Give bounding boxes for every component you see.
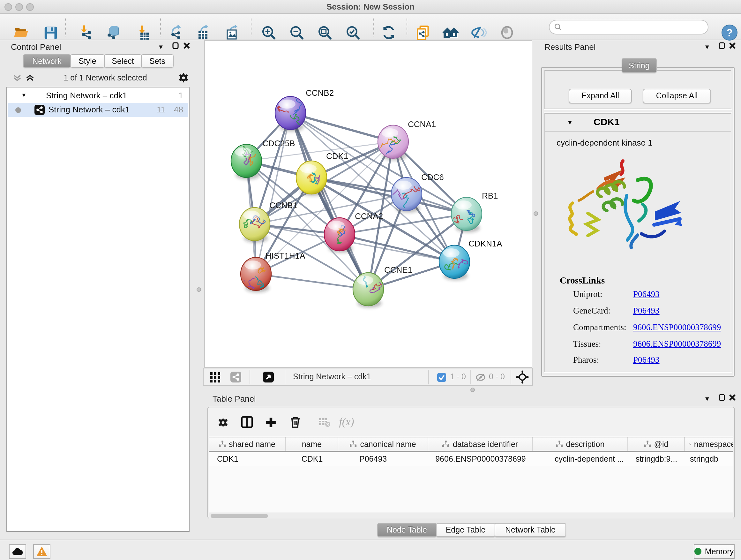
column-header-id[interactable]: @id (628, 437, 685, 451)
save-session-button[interactable] (42, 24, 59, 41)
hidden-node-edge-counts: 0 - 0 (489, 372, 505, 381)
svg-text:CDC6: CDC6 (421, 172, 444, 182)
import-network-button[interactable] (78, 24, 94, 41)
right-splitter-handle[interactable] (534, 211, 538, 216)
crosslink-pharos-link[interactable]: P06493 (633, 355, 660, 365)
zoom-fit-button[interactable] (317, 24, 333, 41)
collapse-all-icon[interactable] (13, 73, 22, 82)
memory-label: Memory (705, 547, 734, 556)
hide-unhide-button[interactable] (470, 24, 487, 41)
table-panel-menu-icon[interactable]: ▼ (704, 395, 711, 402)
results-panel-float-icon[interactable] (719, 42, 725, 49)
zoom-in-button[interactable] (260, 24, 277, 41)
control-panel-float-icon[interactable] (172, 42, 179, 49)
tab-node-table[interactable]: Node Table (377, 523, 436, 537)
expand-all-icon[interactable] (25, 73, 35, 82)
crosslink-genecard-link[interactable]: P06493 (633, 306, 660, 316)
selected-checkbox-icon[interactable] (437, 373, 446, 382)
collapse-all-button[interactable]: Collapse All (643, 89, 711, 104)
footer-separator (511, 370, 511, 384)
tab-sets[interactable]: Sets (141, 54, 174, 68)
export-table-icon (196, 25, 211, 40)
grid-mode-icon[interactable] (210, 372, 220, 382)
results-panel-menu-icon[interactable]: ▼ (704, 44, 711, 51)
fit-selected-crosshair-icon[interactable] (516, 370, 529, 384)
network-collection-row[interactable]: ▼ String Network – cdk1 1 (8, 89, 188, 103)
table-panel-title: Table Panel (212, 394, 256, 403)
function-builder-icon[interactable]: f(x) (336, 414, 357, 430)
tab-select[interactable]: Select (104, 54, 142, 68)
zoom-out-button[interactable] (288, 24, 305, 41)
tab-string-results[interactable]: String (622, 58, 657, 73)
window-zoom-button[interactable] (26, 3, 34, 11)
results-panel-close-icon[interactable] (729, 42, 736, 49)
gene-collapse-icon[interactable]: ▼ (567, 119, 573, 126)
crosslink-uniprot-link[interactable]: P06493 (633, 289, 660, 300)
crosslink-tissues-link[interactable]: 9606.ENSP00000378699 (633, 339, 721, 349)
clone-network-button[interactable] (415, 24, 431, 41)
open-session-button[interactable] (13, 24, 29, 41)
scrollbar-thumb[interactable] (211, 514, 268, 518)
control-panel-close-icon[interactable] (183, 42, 190, 49)
gene-description: cyclin-dependent kinase 1 (556, 138, 653, 147)
string-network-graph[interactable]: CCNB2CCNA1CDC25BCDK1CDC6RB1CCNB1CCNA2CDK… (205, 41, 532, 367)
string-home-button[interactable] (442, 24, 459, 41)
table-options-gear-icon[interactable] (214, 414, 231, 430)
refresh-icon (381, 25, 396, 40)
delete-column-trash-icon[interactable] (286, 414, 303, 430)
column-header-description[interactable]: description (533, 437, 628, 451)
tab-network-table[interactable]: Network Table (495, 523, 566, 537)
column-header-namespace[interactable]: namespace (685, 437, 733, 451)
import-network-icon (78, 25, 94, 40)
table-panel-float-icon[interactable] (719, 394, 725, 401)
export-table-button[interactable] (195, 24, 212, 41)
bottom-splitter-handle[interactable] (470, 388, 475, 392)
column-header-database-identifier[interactable]: database identifier (428, 437, 533, 451)
gene-header-row[interactable]: ▼ CDK1 (545, 114, 731, 132)
create-column-icon[interactable] (262, 414, 279, 430)
crosslink-compartments-link[interactable]: 9606.ENSP00000378699 (633, 322, 721, 333)
tab-style[interactable]: Style (70, 54, 105, 68)
show-graphics-button[interactable] (498, 24, 515, 41)
table-panel-close-icon[interactable] (729, 394, 736, 401)
hidden-eye-icon[interactable] (475, 373, 486, 382)
search-icon (554, 23, 562, 31)
import-database-button[interactable] (105, 24, 122, 41)
expand-all-button[interactable]: Expand All (569, 89, 632, 104)
network-options-gear-icon[interactable] (178, 72, 189, 83)
status-bar: Memory (0, 540, 741, 560)
table-row[interactable]: CDK1 CDK1 P06493 9606.ENSP00000378699 cy… (209, 452, 733, 466)
left-splitter-handle[interactable] (197, 287, 201, 292)
apply-layout-button[interactable] (381, 24, 397, 41)
network-view-icon[interactable] (230, 372, 241, 382)
warning-button[interactable] (33, 544, 51, 559)
footer-separator (470, 370, 471, 384)
help-button[interactable]: ? (721, 24, 738, 41)
control-panel-menu-icon[interactable]: ▼ (158, 44, 164, 51)
cloud-button[interactable] (9, 544, 26, 559)
current-network-title: String Network – cdk1 (293, 372, 371, 381)
window-close-button[interactable] (4, 3, 12, 11)
node-table[interactable]: shared name name canonical name database… (209, 437, 733, 512)
network-view-canvas[interactable]: CCNB2CCNA1CDC25BCDK1CDC6RB1CCNB1CCNA2CDK… (204, 40, 532, 368)
search-input[interactable] (549, 20, 709, 35)
tab-network[interactable]: Network (23, 54, 71, 68)
table-horizontal-scrollbar[interactable] (209, 513, 733, 518)
column-header-canonical-name[interactable]: canonical name (338, 437, 428, 451)
zoom-selected-button[interactable] (345, 24, 361, 41)
birdseye-view-icon[interactable] (263, 372, 274, 382)
delete-table-icon[interactable] (317, 414, 333, 430)
import-table-button[interactable] (135, 24, 151, 41)
tab-edge-table[interactable]: Edge Table (436, 523, 495, 537)
network-row-selected[interactable]: String Network – cdk1 11 48 (8, 103, 188, 117)
memory-button[interactable]: Memory (694, 544, 735, 559)
column-header-name[interactable]: name (286, 437, 338, 451)
show-columns-icon[interactable] (239, 414, 255, 430)
window-minimize-button[interactable] (15, 3, 23, 11)
column-header-shared-name[interactable]: shared name (209, 437, 286, 451)
export-network-button[interactable] (168, 24, 185, 41)
collection-expand-icon[interactable]: ▼ (21, 92, 27, 98)
footer-separator (428, 370, 429, 384)
export-image-button[interactable] (224, 24, 241, 41)
import-database-icon (106, 25, 121, 40)
